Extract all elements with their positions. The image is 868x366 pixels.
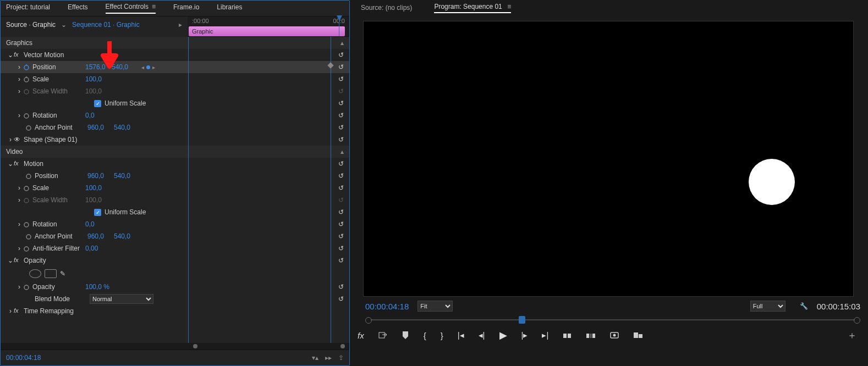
program-scrubber[interactable] [365, 315, 860, 324]
collapse-icon[interactable]: ▴ [340, 39, 344, 47]
reset-icon[interactable]: ↺ [338, 160, 344, 168]
current-timecode[interactable]: 00:00:04:18 [6, 354, 41, 362]
position-y[interactable]: 540,0 [112, 63, 138, 71]
stopwatch-icon[interactable] [23, 283, 30, 291]
disclose-scale[interactable]: › [16, 75, 23, 83]
anchor-x[interactable]: 960,0 [87, 232, 114, 240]
disclose-opacity-val[interactable]: › [16, 283, 23, 291]
uniform-scale-checkbox[interactable] [94, 209, 101, 216]
mask-pen-icon[interactable]: ✎ [60, 270, 65, 278]
panel-menu-icon[interactable]: ≡ [152, 3, 156, 10]
disclose-scale[interactable]: › [16, 184, 23, 192]
tab-source-monitor[interactable]: Source: (no clips) [361, 4, 412, 12]
export-icon[interactable]: ⇪ [338, 354, 344, 362]
reset-icon[interactable]: ↺ [338, 75, 344, 83]
stopwatch-icon[interactable] [23, 75, 30, 83]
play-icon[interactable]: ▶ [499, 329, 507, 341]
stopwatch-icon[interactable] [25, 172, 32, 180]
reset-icon[interactable]: ↺ [338, 63, 344, 71]
program-timecode[interactable]: 00:00:04:18 [365, 302, 409, 311]
scrub-handle-left[interactable] [365, 317, 372, 324]
reset-icon[interactable]: ↺ [338, 99, 344, 107]
filter-icon[interactable]: ▾▴ [312, 354, 318, 362]
stopwatch-icon[interactable] [25, 232, 32, 240]
antiflicker-value[interactable]: 0,00 [85, 245, 112, 252]
reset-icon[interactable]: ↺ [338, 112, 344, 119]
next-keyframe-icon[interactable]: ▸ [152, 64, 155, 70]
add-keyframe-icon[interactable] [146, 65, 150, 69]
reset-icon[interactable]: ↺ [338, 245, 344, 252]
position-y[interactable]: 540,0 [114, 172, 140, 180]
tab-effect-controls[interactable]: Effect Controls≡ [106, 3, 156, 14]
insert-icon[interactable] [378, 331, 387, 340]
stopwatch-icon[interactable] [23, 184, 30, 192]
reset-icon[interactable]: ↺ [338, 232, 344, 240]
visibility-icon[interactable]: 👁 [14, 136, 20, 143]
zoom-select[interactable]: Fit [417, 301, 453, 312]
goto-out-icon[interactable]: ▸| [542, 330, 548, 340]
reset-icon[interactable]: ↺ [338, 220, 344, 228]
blend-mode-select[interactable]: Normal [90, 294, 153, 304]
disclose-time-remap[interactable]: › [7, 307, 14, 315]
marker-icon[interactable] [402, 331, 409, 340]
scale-value[interactable]: 100,0 [85, 75, 112, 83]
reset-icon[interactable]: ↺ [338, 208, 344, 216]
fx-icon[interactable]: fx [14, 160, 21, 168]
comparison-icon[interactable] [633, 331, 643, 339]
rotation-value[interactable]: 0,0 [85, 220, 112, 228]
panel-menu-icon[interactable]: ≡ [507, 3, 511, 10]
prev-keyframe-icon[interactable]: ◂ [141, 64, 144, 70]
stopwatch-icon[interactable] [23, 112, 30, 119]
reset-icon[interactable]: ↺ [338, 184, 344, 192]
scrub-handle-right[interactable] [854, 317, 860, 324]
position-x[interactable]: 1576,0 [85, 63, 112, 71]
stopwatch-icon[interactable] [23, 220, 30, 228]
goto-in-icon[interactable]: |◂ [458, 330, 464, 340]
disclose-shape[interactable]: › [7, 136, 14, 143]
anchor-y[interactable]: 540,0 [114, 232, 140, 240]
reset-icon[interactable]: ↺ [338, 172, 344, 180]
mask-ellipse-icon[interactable] [29, 269, 41, 278]
uniform-scale-checkbox[interactable] [94, 100, 101, 107]
rotation-value[interactable]: 0,0 [85, 112, 112, 119]
chevron-down-icon[interactable]: ⌄ [59, 21, 69, 29]
breadcrumb-sequence[interactable]: Sequence 01 · Graphic [72, 21, 140, 29]
reset-icon[interactable]: ↺ [338, 257, 344, 264]
tab-program-monitor[interactable]: Program: Sequence 01 ≡ [434, 3, 511, 13]
fx-badge-icon[interactable]: fx [358, 331, 364, 340]
disclose-motion[interactable]: ⌄ [7, 160, 14, 168]
stopwatch-icon[interactable] [25, 124, 32, 131]
disclose-rotation[interactable]: › [16, 112, 23, 119]
reset-icon[interactable]: ↺ [338, 124, 344, 131]
disclose-vector-motion[interactable]: ⌄ [7, 51, 14, 59]
tab-libraries[interactable]: Libraries [217, 3, 242, 13]
reset-icon[interactable]: ↺ [338, 136, 344, 143]
scrub-playhead[interactable] [519, 316, 525, 324]
fx-icon[interactable]: fx [14, 307, 21, 315]
loop-play-icon[interactable]: ▸▸ [325, 354, 332, 362]
scale-value[interactable]: 100,0 [85, 184, 112, 192]
mask-rect-icon[interactable] [45, 269, 57, 278]
button-editor-icon[interactable]: ＋ [847, 329, 857, 342]
program-preview[interactable] [363, 21, 854, 297]
position-x[interactable]: 960,0 [87, 172, 114, 180]
fx-icon[interactable]: fx [14, 257, 21, 264]
stopwatch-icon[interactable] [23, 245, 30, 252]
opacity-value[interactable]: 100,0 % [85, 283, 112, 291]
resolution-select[interactable]: Full [750, 301, 785, 312]
fx-icon[interactable]: fx [14, 51, 21, 59]
mark-in-icon[interactable]: { [424, 331, 426, 340]
disclose-opacity[interactable]: ⌄ [7, 257, 14, 264]
anchor-y[interactable]: 540,0 [114, 124, 140, 131]
disclose-position[interactable]: › [16, 63, 23, 71]
tab-effects[interactable]: Effects [68, 3, 87, 13]
play-only-icon[interactable]: ▸ [179, 21, 182, 29]
export-frame-icon[interactable] [610, 331, 619, 339]
tab-frameio[interactable]: Frame.io [173, 3, 199, 13]
anchor-x[interactable]: 960,0 [87, 124, 114, 131]
playhead[interactable] [339, 16, 339, 36]
reset-icon[interactable]: ↺ [338, 51, 344, 59]
reset-icon[interactable]: ↺ [338, 295, 344, 303]
reset-icon[interactable]: ↺ [338, 283, 344, 291]
step-back-icon[interactable]: ◂| [479, 330, 485, 340]
